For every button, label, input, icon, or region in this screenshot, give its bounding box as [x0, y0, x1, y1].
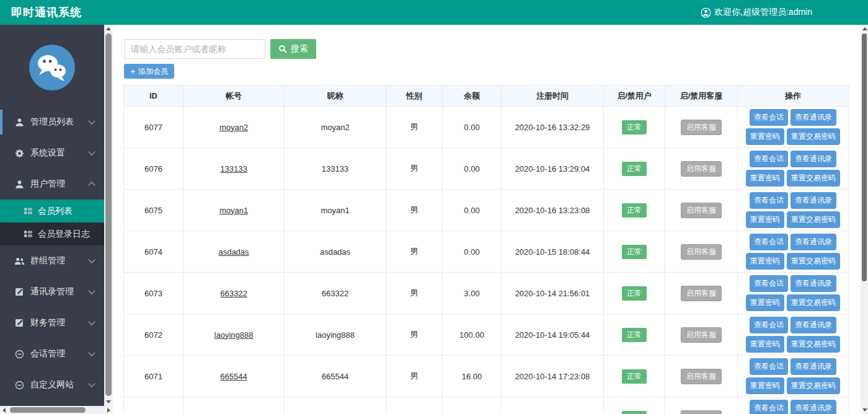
view-session-button[interactable]: 查看会话 — [750, 317, 788, 333]
service-status-badge[interactable]: 启用客服 — [681, 286, 722, 301]
sidebar-subitem-label: 会员登录日志 — [38, 229, 90, 240]
search-button[interactable]: 搜索 — [270, 39, 316, 59]
service-status-badge[interactable]: 启用客服 — [681, 161, 722, 177]
cell-service-status: 启用客服 — [665, 231, 738, 273]
service-status-badge[interactable]: 启用客服 — [681, 120, 722, 135]
scroll-down-arrow[interactable] — [106, 400, 111, 403]
reset-trade-password-button[interactable]: 重置交易密码 — [787, 253, 840, 270]
cell-service-status: 启用客服 — [665, 107, 738, 148]
app-title: 即时通讯系统 — [11, 5, 82, 20]
plus-icon: + — [130, 67, 135, 76]
sidebar-subitem-member-login-log[interactable]: 会员登录日志 — [0, 222, 104, 245]
user-status-badge[interactable]: 正常 — [622, 411, 647, 414]
sidebar-item-group-management[interactable]: 群组管理 — [0, 245, 104, 276]
reset-password-button[interactable]: 重置密码 — [746, 294, 784, 311]
cell-service-status: 启用客服 — [665, 273, 738, 314]
reset-trade-password-button[interactable]: 重置交易密码 — [787, 211, 840, 228]
scroll-up-arrow[interactable] — [106, 27, 111, 30]
reset-trade-password-button[interactable]: 重置交易密码 — [787, 336, 840, 353]
view-session-button[interactable]: 查看会话 — [750, 192, 788, 209]
cell-id: 6075 — [124, 190, 184, 231]
service-status-badge[interactable]: 启用客服 — [681, 369, 722, 384]
scroll-left-arrow[interactable] — [2, 408, 6, 413]
user-status-badge[interactable]: 正常 — [622, 369, 647, 384]
view-contacts-button[interactable]: 查看通讯录 — [790, 109, 836, 126]
edit-icon — [14, 319, 25, 327]
welcome-text: 欢迎你,超级管理员:admin — [714, 7, 812, 18]
account-link[interactable]: 663322 — [220, 289, 247, 298]
cell-balance: 81.00 — [443, 397, 502, 414]
view-contacts-button[interactable]: 查看通讯录 — [790, 192, 836, 209]
view-session-button[interactable]: 查看会话 — [750, 275, 788, 292]
sidebar-item-admin-list[interactable]: 管理员列表 — [0, 107, 104, 138]
sidebar-subitem-member-list[interactable]: 会员列表 — [0, 200, 104, 222]
user-status-badge[interactable]: 正常 — [622, 286, 647, 301]
reset-password-button[interactable]: 重置密码 — [746, 170, 784, 187]
sidebar-item-system-settings[interactable]: 系统设置 — [0, 138, 104, 169]
reset-trade-password-button[interactable]: 重置交易密码 — [787, 294, 840, 311]
account-link[interactable]: 133133 — [220, 164, 247, 174]
sidebar-item-custom-website[interactable]: 自定义网站 — [0, 369, 104, 400]
reset-trade-password-button[interactable]: 重置交易密码 — [787, 128, 840, 145]
view-contacts-button[interactable]: 查看通讯录 — [790, 234, 836, 250]
account-link[interactable]: moyan2 — [219, 123, 248, 132]
view-session-button[interactable]: 查看会话 — [750, 358, 788, 375]
scroll-down-arrow[interactable] — [862, 408, 867, 412]
view-session-button[interactable]: 查看会话 — [750, 109, 788, 126]
cell-actions: 查看会话查看通讯录重置密码重置交易密码 — [738, 231, 849, 273]
user-status-badge[interactable]: 正常 — [622, 162, 647, 176]
cell-account: 663322 — [184, 273, 285, 314]
scroll-up-arrow[interactable] — [862, 27, 867, 30]
user-status-badge[interactable]: 正常 — [622, 203, 647, 218]
view-session-button[interactable]: 查看会话 — [750, 151, 788, 167]
sidebar-item-session-management[interactable]: 会话管理 — [0, 338, 104, 369]
view-contacts-button[interactable]: 查看通讯录 — [790, 151, 836, 167]
view-session-button[interactable]: 查看会话 — [750, 234, 788, 250]
reset-password-button[interactable]: 重置密码 — [746, 211, 784, 228]
user-status-badge[interactable]: 正常 — [622, 245, 647, 259]
sidebar-hscrollbar-thumb[interactable] — [10, 407, 86, 413]
reset-password-button[interactable]: 重置密码 — [746, 336, 784, 353]
scroll-right-arrow[interactable] — [107, 408, 110, 413]
view-session-button[interactable]: 查看会话 — [750, 400, 788, 414]
account-link[interactable]: laoying888 — [215, 330, 254, 340]
reset-trade-password-button[interactable]: 重置交易密码 — [787, 377, 840, 394]
user-status-badge[interactable]: 正常 — [622, 120, 647, 134]
view-contacts-button[interactable]: 查看通讯录 — [790, 400, 836, 414]
add-member-button[interactable]: + 添加会员 — [124, 64, 174, 79]
sidebar-item-contacts-management[interactable]: 通讯录管理 — [0, 276, 104, 307]
account-link[interactable]: moyan1 — [219, 206, 248, 215]
cell-user-status: 正常 — [604, 273, 665, 314]
sidebar-item-user-management[interactable]: 用户管理 — [0, 169, 104, 200]
view-contacts-button[interactable]: 查看通讯录 — [790, 275, 836, 292]
view-contacts-button[interactable]: 查看通讯录 — [790, 358, 836, 375]
search-button-label: 搜索 — [291, 43, 308, 55]
cell-registered: 2020-10-14 21:56:01 — [502, 273, 604, 314]
cell-registered: 2020-10-15 18:08:44 — [502, 231, 604, 273]
reset-password-button[interactable]: 重置密码 — [746, 128, 784, 145]
service-status-badge[interactable]: 启用客服 — [681, 327, 722, 343]
service-status-badge[interactable]: 启用客服 — [681, 203, 722, 218]
view-contacts-button[interactable]: 查看通讯录 — [790, 317, 836, 333]
table-body: 6077moyan2moyan2男0.002020-10-16 13:32:29… — [124, 107, 849, 414]
cell-balance: 0.00 — [443, 231, 502, 273]
cell-user-status: 正常 — [604, 314, 665, 356]
main-scrollbar-thumb[interactable] — [862, 33, 867, 281]
service-status-badge[interactable]: 启用客服 — [681, 410, 722, 414]
column-header: 操作 — [738, 86, 849, 107]
cell-account: moyan2 — [184, 107, 285, 148]
sidebar-item-finance-management[interactable]: 财务管理 — [0, 307, 104, 338]
sidebar-scrollbar-thumb[interactable] — [105, 33, 112, 396]
account-link[interactable]: asdadas — [218, 247, 249, 257]
reset-password-button[interactable]: 重置密码 — [746, 377, 784, 394]
account-link[interactable]: 665544 — [220, 372, 247, 381]
search-input[interactable] — [124, 39, 265, 59]
reset-password-button[interactable]: 重置密码 — [746, 253, 784, 270]
user-status-badge[interactable]: 正常 — [622, 328, 647, 342]
service-status-badge[interactable]: 启用客服 — [681, 244, 722, 260]
cell-user-status: 正常 — [604, 397, 665, 414]
cell-balance: 3.00 — [443, 273, 502, 314]
cell-service-status: 启用客服 — [665, 148, 738, 190]
reset-trade-password-button[interactable]: 重置交易密码 — [787, 170, 840, 187]
cell-service-status: 启用客服 — [665, 397, 738, 414]
